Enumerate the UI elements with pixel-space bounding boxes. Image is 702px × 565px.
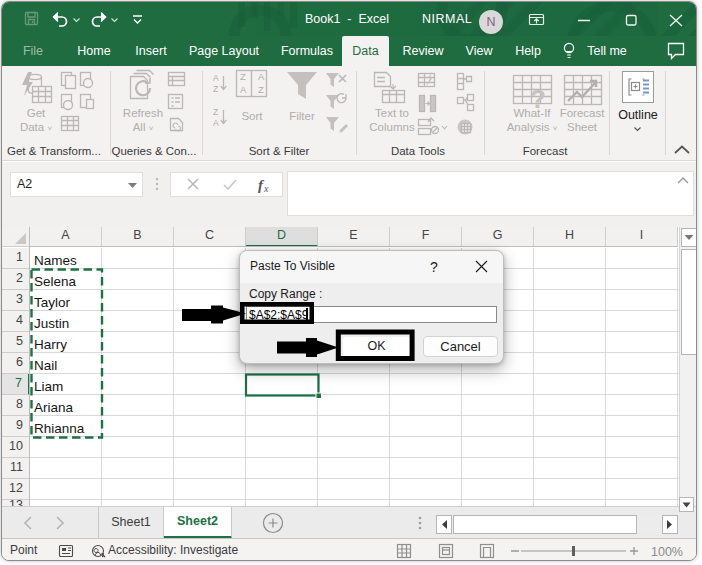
svg-text:100%: 100% [651, 545, 683, 559]
svg-text:A: A [213, 73, 219, 83]
svg-text:x: x [263, 183, 269, 194]
svg-text:Z: Z [258, 84, 264, 95]
svg-text:A: A [213, 118, 219, 128]
svg-text:Z: Z [213, 84, 218, 94]
svg-text:A: A [258, 71, 265, 82]
svg-text:?: ? [430, 259, 438, 275]
svg-text:Z: Z [213, 107, 218, 117]
svg-text:A: A [240, 84, 247, 95]
svg-text:Z: Z [240, 71, 246, 82]
